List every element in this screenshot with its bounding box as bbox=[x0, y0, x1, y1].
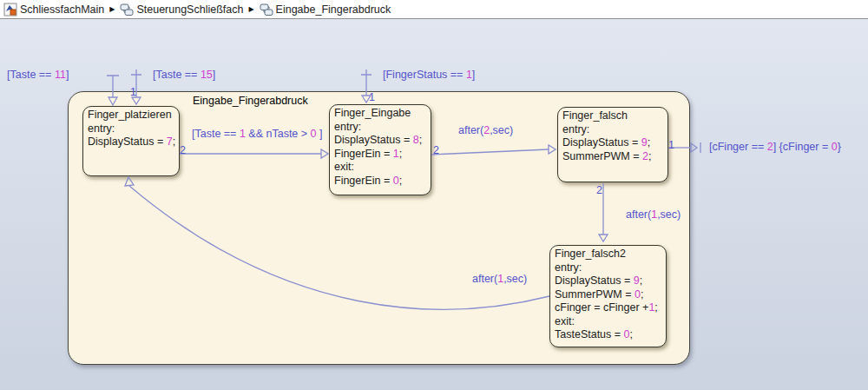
state-action: cFinger = cFinger +1; bbox=[555, 301, 662, 315]
transition-label-after1sec-down[interactable]: after(1,sec) bbox=[626, 208, 681, 221]
breadcrumb-separator-icon: ▶ bbox=[109, 5, 115, 13]
state-action: DisplayStatus = 8; bbox=[334, 134, 427, 148]
state-action: entry: bbox=[334, 121, 427, 135]
transition-label-cfinger-exit[interactable]: [cFinger == 2] {cFinger = 0} bbox=[709, 141, 841, 153]
transition-label-fingerstatus[interactable]: [FingerStatus == 1] bbox=[383, 69, 475, 81]
state-action: SummerPWM = 2; bbox=[562, 150, 664, 164]
transition-order[interactable]: 2 bbox=[433, 144, 439, 156]
state-action: DisplayStatus = 9; bbox=[562, 136, 664, 150]
state-action: DisplayStatus = 7; bbox=[88, 136, 175, 149]
stateflow-chart-icon bbox=[120, 3, 134, 17]
state-action: TasteStatus = 0; bbox=[555, 328, 662, 342]
stateflow-chart-icon bbox=[260, 3, 273, 17]
transition-order[interactable]: 1 bbox=[369, 91, 375, 103]
state-action: exit: bbox=[555, 315, 662, 329]
state-finger-platzieren[interactable]: Finger_platzieren entry: DisplayStatus =… bbox=[82, 106, 180, 176]
transition-order[interactable]: 1 bbox=[130, 86, 136, 98]
state-eingabe-fingerabdruck-title: Eingabe_Fingerabdruck bbox=[193, 95, 308, 107]
transition-label-taste15[interactable]: [Taste == 15] bbox=[153, 69, 215, 81]
transition-label-after2sec[interactable]: after(2,sec) bbox=[458, 124, 513, 136]
state-finger-falsch[interactable]: Finger_falsch entry: DisplayStatus = 9; … bbox=[557, 107, 668, 182]
transition-label-taste-ntaste[interactable]: [Taste == 1 && nTaste > 0 ] bbox=[192, 128, 322, 140]
state-action: FingerEin = 1; bbox=[334, 148, 427, 162]
transition-order[interactable]: 1 bbox=[668, 139, 674, 151]
state-action: entry: bbox=[562, 123, 664, 137]
state-title: Finger_platzieren bbox=[88, 109, 175, 122]
arrowhead-icon bbox=[691, 143, 697, 152]
state-action: SummerPWM = 0; bbox=[555, 288, 662, 302]
breadcrumb: SchliessfachMain ▶ SteuerungSchließfach … bbox=[0, 0, 868, 19]
state-title: Finger_falsch2 bbox=[555, 248, 662, 261]
state-title: Finger_Eingabe bbox=[334, 107, 427, 121]
state-finger-eingabe[interactable]: Finger_Eingabe entry: DisplayStatus = 8;… bbox=[329, 104, 431, 195]
state-action: exit: bbox=[334, 161, 427, 175]
state-action: DisplayStatus = 9; bbox=[555, 274, 662, 288]
state-action: entry: bbox=[555, 261, 662, 275]
transition-label-after1sec-loop[interactable]: after(1,sec) bbox=[472, 273, 527, 285]
state-finger-falsch2[interactable]: Finger_falsch2 entry: DisplayStatus = 9;… bbox=[549, 245, 667, 347]
breadcrumb-separator-icon: ▶ bbox=[248, 5, 253, 13]
breadcrumb-item-model[interactable]: SchliessfachMain bbox=[20, 3, 104, 16]
transition-order[interactable]: 2 bbox=[596, 184, 602, 196]
transition-label-taste11[interactable]: [Taste == 11] bbox=[7, 69, 69, 81]
state-action: entry: bbox=[88, 122, 175, 136]
state-action: FingerEin = 0; bbox=[334, 175, 427, 188]
breadcrumb-item-current-chart[interactable]: Eingabe_Fingerabdruck bbox=[276, 3, 391, 16]
simulink-model-icon bbox=[3, 3, 17, 17]
stateflow-canvas: Eingabe_Fingerabdruck Finger_platzieren … bbox=[0, 19, 868, 390]
breadcrumb-item-parent-chart[interactable]: SteuerungSchließfach bbox=[136, 3, 243, 16]
state-title: Finger_falsch bbox=[562, 109, 664, 123]
transition-order[interactable]: 2 bbox=[180, 144, 186, 156]
